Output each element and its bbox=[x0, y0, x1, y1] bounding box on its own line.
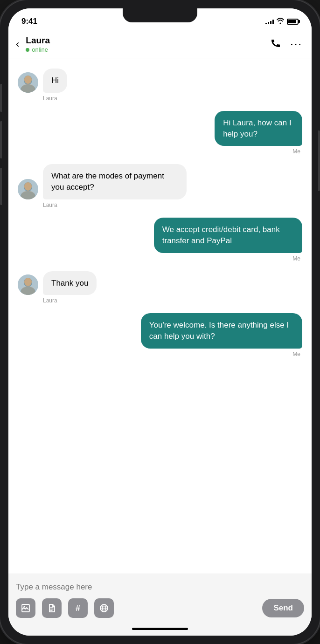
message-group: Hi Laura bbox=[18, 69, 302, 102]
nav-bar: ‹ Laura online ⋯ bbox=[8, 32, 312, 59]
message-group: We accept credit/debit card, bank transf… bbox=[18, 218, 302, 262]
send-button[interactable]: Send bbox=[262, 599, 304, 617]
mute-button[interactable] bbox=[0, 84, 2, 112]
sender-label: Me bbox=[292, 351, 300, 357]
nav-actions: ⋯ bbox=[270, 37, 302, 52]
contact-info: Laura online bbox=[26, 35, 270, 53]
phone-frame: 9:41 bbox=[0, 0, 320, 644]
back-button[interactable]: ‹ bbox=[16, 36, 23, 52]
svg-point-8 bbox=[24, 182, 32, 191]
sender-label: Laura bbox=[43, 95, 57, 102]
notch bbox=[123, 8, 197, 22]
message-row: Hi bbox=[18, 69, 67, 93]
hashtag-icon[interactable]: # bbox=[68, 598, 88, 618]
status-time: 9:41 bbox=[21, 17, 37, 26]
message-row: Thank you bbox=[18, 271, 97, 295]
input-area: # Send bbox=[8, 574, 312, 622]
message-group: What are the modes of payment you accept… bbox=[18, 164, 302, 208]
message-bubble: Hi bbox=[43, 69, 67, 93]
volume-up-button[interactable] bbox=[0, 121, 2, 158]
online-dot bbox=[26, 48, 29, 52]
battery-icon bbox=[287, 19, 299, 25]
wifi-icon bbox=[277, 18, 284, 25]
message-group: You're welcome. Is there anything else I… bbox=[18, 313, 302, 357]
sender-label: Laura bbox=[43, 297, 57, 304]
svg-point-16 bbox=[24, 606, 25, 608]
chat-area: Hi Laura Hi Laura, how can I help you? M… bbox=[8, 59, 312, 574]
document-icon[interactable] bbox=[42, 598, 62, 618]
avatar bbox=[18, 72, 38, 93]
volume-down-button[interactable] bbox=[0, 168, 2, 205]
contact-status: online bbox=[26, 46, 270, 53]
home-indicator bbox=[8, 622, 312, 636]
sender-label: Me bbox=[292, 148, 300, 155]
svg-point-13 bbox=[24, 278, 32, 286]
message-bubble: You're welcome. Is there anything else I… bbox=[141, 313, 302, 349]
input-toolbar: # Send bbox=[16, 598, 304, 618]
status-text: online bbox=[32, 46, 48, 53]
power-button[interactable] bbox=[318, 130, 320, 191]
message-bubble: Hi Laura, how can I help you? bbox=[215, 111, 302, 146]
message-bubble: What are the modes of payment you accept… bbox=[43, 164, 187, 199]
phone-screen: 9:41 bbox=[8, 8, 312, 636]
message-bubble: We accept credit/debit card, bank transf… bbox=[154, 218, 302, 253]
message-bubble: Thank you bbox=[43, 271, 97, 295]
sender-label: Laura bbox=[43, 202, 57, 208]
message-row: What are the modes of payment you accept… bbox=[18, 164, 217, 199]
avatar bbox=[18, 179, 38, 199]
avatar bbox=[18, 274, 38, 295]
message-group: Thank you Laura bbox=[18, 271, 302, 304]
sender-label: Me bbox=[292, 255, 300, 262]
message-row: Hi Laura, how can I help you? bbox=[181, 111, 302, 146]
message-row: We accept credit/debit card, bank transf… bbox=[96, 218, 302, 253]
more-icon[interactable]: ⋯ bbox=[290, 37, 302, 52]
call-icon[interactable] bbox=[270, 37, 281, 51]
status-icons bbox=[265, 18, 299, 25]
message-input[interactable] bbox=[16, 581, 304, 598]
svg-point-3 bbox=[24, 75, 32, 84]
contact-name: Laura bbox=[26, 35, 270, 46]
home-bar bbox=[132, 628, 188, 630]
message-group: Hi Laura, how can I help you? Me bbox=[18, 111, 302, 155]
signal-icon bbox=[265, 19, 274, 24]
message-row: You're welcome. Is there anything else I… bbox=[78, 313, 302, 349]
globe-icon[interactable] bbox=[94, 598, 114, 618]
image-icon[interactable] bbox=[16, 598, 35, 618]
